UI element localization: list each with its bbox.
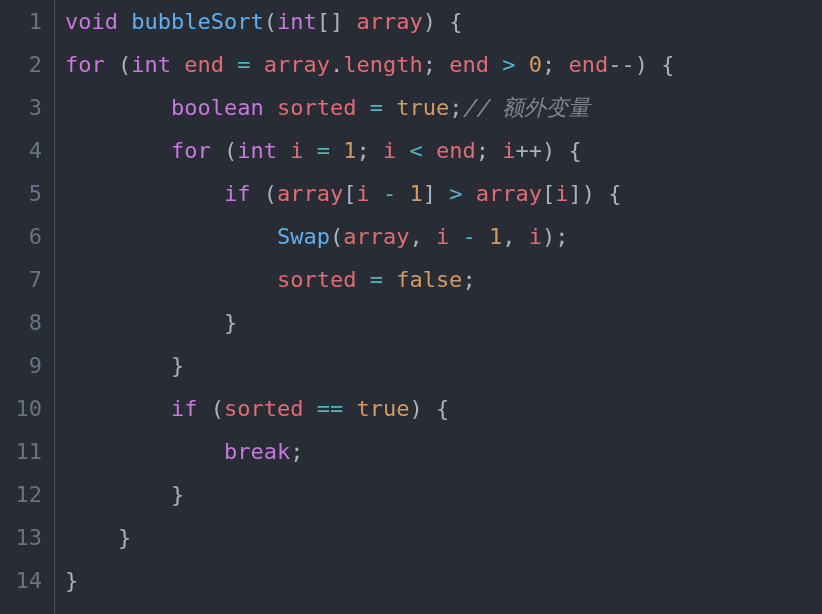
code-token: i [436,226,463,248]
code-token: i [502,140,515,162]
code-area[interactable]: void bubbleSort(int[] array) {for (int e… [55,0,674,614]
code-token: bubbleSort [131,11,263,33]
line-number: 2 [8,43,42,86]
code-line[interactable]: } [65,344,674,387]
code-line[interactable]: } [65,301,674,344]
code-line[interactable]: } [65,516,674,559]
code-token: [ [343,183,356,205]
code-token: length [343,54,422,76]
indent [65,527,118,549]
code-token: 1 [409,183,422,205]
line-number: 3 [8,86,42,129]
code-token: ( [224,140,237,162]
code-token: ++ [515,140,542,162]
code-token: ( [264,183,277,205]
code-token: == [317,398,357,420]
code-token: ; [542,54,569,76]
code-token: 0 [529,54,542,76]
code-token: int [277,11,317,33]
code-token: = [237,54,264,76]
code-token: for [171,140,224,162]
code-token: ) { [423,11,463,33]
code-token: for [65,54,118,76]
code-line[interactable]: } [65,559,674,602]
code-token: , [409,226,436,248]
code-token: = [370,97,397,119]
code-token: -- [608,54,635,76]
code-token: - [462,226,489,248]
code-token: ) { [542,140,582,162]
code-token: 1 [343,140,356,162]
code-line[interactable]: break; [65,430,674,473]
code-token: array [343,226,409,248]
code-line[interactable]: for (int i = 1; i < end; i++) { [65,129,674,172]
line-number: 7 [8,258,42,301]
code-token: boolean [171,97,277,119]
code-token: ( [264,11,277,33]
code-editor[interactable]: 1234567891011121314 void bubbleSort(int[… [0,0,822,614]
code-token: end [436,140,476,162]
code-token: } [65,570,78,592]
line-number: 10 [8,387,42,430]
code-token: = [317,140,344,162]
code-token: ]) { [568,183,621,205]
code-token: > [502,54,529,76]
indent [65,355,171,377]
code-token: ; [290,441,303,463]
code-token: Swap [277,226,330,248]
code-line[interactable]: void bubbleSort(int[] array) { [65,0,674,43]
indent [65,441,224,463]
code-token: end [568,54,608,76]
code-token: ( [211,398,224,420]
indent [65,312,224,334]
code-token: < [409,140,436,162]
code-token: > [449,183,476,205]
code-token: ; [449,97,462,119]
code-token: i [356,183,383,205]
code-token: break [224,441,290,463]
code-token: sorted [224,398,317,420]
code-token: ); [542,226,569,248]
code-token: // 额外变量 [462,97,590,119]
indent [65,398,171,420]
line-number: 8 [8,301,42,344]
code-line[interactable]: if (sorted == true) { [65,387,674,430]
code-token: void [65,11,131,33]
code-token: i [529,226,542,248]
code-token: ; [476,140,503,162]
line-number: 6 [8,215,42,258]
code-token: i [290,140,317,162]
code-line[interactable]: if (array[i - 1] > array[i]) { [65,172,674,215]
code-token: array [277,183,343,205]
code-token: ) { [409,398,449,420]
line-number: 11 [8,430,42,473]
code-token: i [383,140,410,162]
line-number: 1 [8,0,42,43]
code-line[interactable]: Swap(array, i - 1, i); [65,215,674,258]
line-number-gutter: 1234567891011121314 [0,0,55,614]
line-number: 9 [8,344,42,387]
line-number: 12 [8,473,42,516]
code-token: [] [317,11,357,33]
code-token: sorted [277,97,370,119]
code-token: array [356,11,422,33]
code-token: ; [423,54,450,76]
code-token: true [356,398,409,420]
indent [65,484,171,506]
code-token: , [502,226,529,248]
code-token: true [396,97,449,119]
code-line[interactable]: boolean sorted = true;// 额外变量 [65,86,674,129]
code-line[interactable]: for (int end = array.length; end > 0; en… [65,43,674,86]
line-number: 14 [8,559,42,602]
code-token: end [184,54,237,76]
code-token: ; [462,269,475,291]
code-token: } [224,312,237,334]
code-token: [ [542,183,555,205]
code-token: end [449,54,502,76]
line-number: 5 [8,172,42,215]
code-line[interactable]: sorted = false; [65,258,674,301]
code-line[interactable]: } [65,473,674,516]
line-number: 4 [8,129,42,172]
code-token: false [396,269,462,291]
code-token: sorted [277,269,370,291]
